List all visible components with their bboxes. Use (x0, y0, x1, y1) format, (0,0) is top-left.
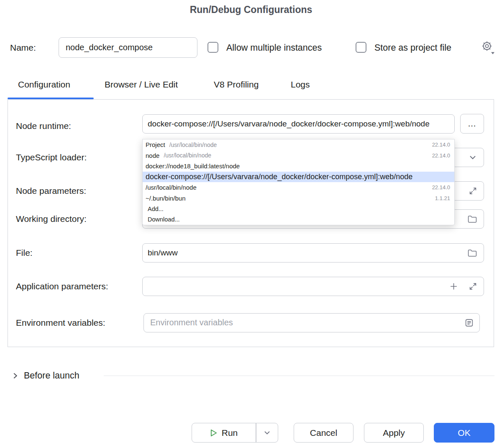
application-parameters-input[interactable] (143, 277, 484, 296)
application-parameters-label: Application parameters: (16, 281, 108, 291)
node-parameters-label: Node parameters: (16, 186, 86, 196)
runtime-option-usr-local-bin-node[interactable]: /usr/local/bin/node 22.14.0 (143, 182, 454, 193)
name-input[interactable] (59, 38, 197, 57)
expand-icon[interactable] (469, 283, 477, 291)
chevron-right-icon[interactable] (12, 372, 19, 381)
ok-button[interactable]: OK (434, 423, 494, 443)
option-path: /usr/local/bin/node (169, 142, 217, 148)
gear-dropdown-arrow-icon (491, 49, 495, 57)
plus-icon[interactable] (450, 283, 458, 291)
file-label: File: (16, 248, 33, 258)
runtime-option-docker[interactable]: docker://node18_build:latest/node (143, 161, 454, 172)
runtime-option-node[interactable]: node /usr/local/bin/node 22.14.0 (143, 150, 454, 161)
run-options-chevron[interactable] (256, 430, 278, 435)
node-runtime-input[interactable] (143, 115, 454, 133)
store-as-project-file-label: Store as project file (374, 43, 451, 53)
node-runtime-field (142, 114, 455, 134)
tab-v8-profiling[interactable]: V8 Profiling (214, 80, 259, 90)
option-name: ~/.bun/bin/bun (146, 195, 186, 202)
node-runtime-dropdown: Project /usr/local/bin/node 22.14.0 node… (142, 139, 455, 225)
name-input-field (59, 37, 197, 58)
runtime-option-bun[interactable]: ~/.bun/bin/bun 1.1.21 (143, 193, 454, 204)
runtime-option-add[interactable]: Add... (143, 203, 454, 214)
option-version: 22.14.0 (432, 142, 450, 148)
option-name: node (146, 152, 159, 159)
option-name: Add... (148, 206, 164, 212)
active-tab-indicator (8, 98, 94, 99)
typescript-loader-label: TypeScript loader: (16, 152, 87, 162)
allow-multiple-instances-checkbox[interactable] (207, 42, 218, 53)
tab-browser-live-edit[interactable]: Browser / Live Edit (105, 80, 178, 90)
chevron-down-icon[interactable] (469, 155, 476, 160)
runtime-option-download[interactable]: Download... (143, 214, 454, 225)
option-name: Project (146, 141, 165, 148)
runtime-option-docker-compose-selected[interactable]: docker-compose://[/Users/varvara/node_do… (143, 172, 454, 183)
tab-configuration[interactable]: Configuration (18, 80, 70, 90)
name-label: Name: (10, 43, 36, 53)
application-parameters-field (142, 277, 484, 296)
environment-variables-field (143, 313, 480, 332)
option-name: docker://node18_build:latest/node (146, 162, 240, 170)
option-version: 22.14.0 (432, 152, 450, 159)
allow-multiple-instances-label: Allow multiple instances (226, 43, 322, 53)
before-launch-label[interactable]: Before launch (24, 371, 79, 381)
runtime-option-project[interactable]: Project /usr/local/bin/node 22.14.0 (143, 139, 454, 150)
file-field (142, 243, 484, 263)
folder-icon[interactable] (468, 215, 477, 223)
option-version: 1.1.21 (435, 195, 450, 201)
expand-icon[interactable] (469, 187, 477, 195)
option-name: /usr/local/bin/node (146, 184, 197, 191)
option-path: /usr/local/bin/node (164, 152, 211, 159)
environment-variables-input[interactable] (144, 314, 479, 332)
environment-variables-label: Environment variables: (16, 318, 105, 328)
node-runtime-more-button[interactable]: ... (460, 114, 484, 134)
dialog-title: Run/Debug Configurations (0, 4, 502, 15)
run-button[interactable]: Run (192, 428, 256, 438)
apply-button[interactable]: Apply (364, 423, 424, 443)
before-launch-divider (104, 376, 494, 376)
node-runtime-label: Node runtime: (16, 121, 71, 131)
cancel-button[interactable]: Cancel (294, 423, 353, 443)
run-button-label: Run (222, 428, 238, 438)
tab-logs[interactable]: Logs (291, 80, 310, 90)
folder-icon[interactable] (468, 249, 477, 257)
working-directory-label: Working directory: (16, 214, 87, 224)
browse-list-icon[interactable] (465, 319, 474, 327)
run-play-icon (210, 429, 218, 437)
option-name: docker-compose://[/Users/varvara/node_do… (146, 173, 412, 181)
file-input[interactable] (143, 244, 484, 262)
option-name: Download... (148, 216, 180, 223)
option-version: 22.14.0 (432, 184, 450, 191)
run-split-button: Run (192, 423, 278, 443)
run-debug-configurations-dialog: Run/Debug Configurations Name: Allow mul… (0, 0, 502, 448)
store-as-project-file-checkbox[interactable] (356, 42, 366, 53)
